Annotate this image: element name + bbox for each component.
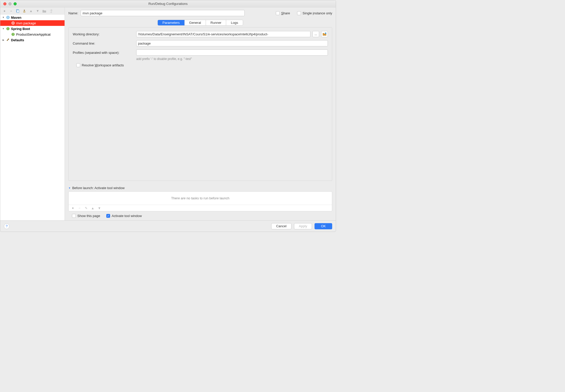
tree-node-maven[interactable]: ▼ Maven — [0, 15, 65, 20]
remove-config-button[interactable]: － — [9, 9, 13, 13]
profiles-input[interactable] — [136, 49, 328, 56]
expand-icon: ▶ — [2, 39, 5, 41]
activate-tool-window-label: Activate tool window — [112, 214, 142, 218]
share-label: Share — [281, 11, 290, 15]
before-launch-title: Before launch: Activate tool window — [72, 186, 125, 190]
edit-task-button[interactable]: ✎ — [84, 206, 88, 210]
name-label: Name: — [68, 11, 78, 15]
name-input[interactable] — [81, 10, 245, 16]
command-line-input[interactable] — [136, 40, 328, 46]
wrench-icon — [6, 38, 10, 42]
expand-icon: ▼ — [2, 16, 5, 19]
move-task-up-button[interactable]: ▲ — [91, 206, 95, 210]
window-controls — [0, 2, 17, 5]
svg-rect-1 — [17, 10, 19, 13]
content-area: ＋ － ▲ ▼ ↓a↓z ▼ — [0, 7, 336, 220]
tree-label: mvn package — [16, 21, 36, 25]
command-line-row: Command line: — [73, 40, 328, 46]
sidebar: ＋ － ▲ ▼ ↓a↓z ▼ — [0, 7, 65, 220]
svg-point-8 — [8, 29, 8, 30]
resolve-workspace-label: Resolve Workspace artifacts — [82, 63, 124, 67]
tree-node-spring-boot[interactable]: ▼ Spring Boot — [0, 26, 65, 32]
dialog-body: ＋ － ▲ ▼ ↓a↓z ▼ — [0, 7, 336, 232]
working-directory-input[interactable] — [136, 31, 310, 37]
share-checkbox-row[interactable]: Share — [276, 11, 290, 15]
dialog-window: Run/Debug Configurations ＋ － ▲ ▼ — [0, 0, 336, 232]
tree-label: Spring Boot — [11, 27, 30, 31]
config-tree[interactable]: ▼ Maven mvn package ▼ — [0, 15, 65, 220]
maximize-window-button[interactable] — [14, 2, 17, 5]
dialog-footer: ? Cancel Apply OK — [0, 220, 336, 232]
before-launch-header[interactable]: ▼ Before launch: Activate tool window — [68, 186, 332, 190]
move-task-down-button[interactable]: ▼ — [97, 206, 101, 210]
parameters-panel: Working directory: ... Command line: Pro… — [68, 27, 332, 181]
sort-button[interactable]: ↓a↓z — [49, 9, 53, 13]
resolve-workspace-row[interactable]: Resolve Workspace artifacts — [76, 63, 328, 67]
main-panel: Name: Share Single instance only Paramet… — [65, 7, 336, 220]
activate-tool-window-row[interactable]: ✓ Activate tool window — [106, 214, 142, 218]
folder-button[interactable] — [42, 9, 46, 13]
tab-parameters[interactable]: Parameters — [158, 20, 184, 25]
spring-boot-icon — [6, 27, 10, 31]
tree-label: ProductServiceApplicat — [16, 33, 50, 36]
tree-label: Maven — [11, 16, 21, 19]
apply-button[interactable]: Apply — [294, 223, 312, 229]
profiles-label: Profiles (separated with space): — [73, 51, 134, 55]
cancel-button[interactable]: Cancel — [271, 223, 291, 229]
before-launch-section: ▼ Before launch: Activate tool window Th… — [68, 186, 332, 220]
single-instance-label: Single instance only — [302, 11, 332, 15]
activate-tool-window-checkbox[interactable]: ✓ — [106, 214, 110, 218]
command-line-label: Command line: — [73, 42, 134, 45]
remove-task-button[interactable]: － — [77, 206, 81, 210]
edit-defaults-button[interactable] — [22, 9, 26, 13]
before-launch-empty-msg: There are no tasks to run before launch — [69, 192, 332, 205]
svg-rect-2 — [23, 12, 25, 12]
collapse-icon: ▼ — [68, 187, 71, 189]
name-row: Name: Share Single instance only — [68, 10, 332, 16]
spring-boot-icon — [11, 32, 15, 36]
share-checkbox[interactable] — [276, 11, 280, 15]
show-this-page-checkbox[interactable] — [72, 214, 76, 218]
add-task-button[interactable]: ＋ — [71, 206, 75, 210]
help-button[interactable]: ? — [4, 223, 9, 229]
svg-rect-11 — [325, 33, 326, 34]
window-title: Run/Debug Configurations — [0, 2, 336, 6]
copy-config-button[interactable] — [16, 9, 20, 13]
profiles-hint: add prefix '-' to disable profile, e.g. … — [136, 57, 328, 61]
maven-icon — [6, 15, 10, 19]
tree-label: Defaults — [11, 38, 24, 42]
tab-general[interactable]: General — [185, 20, 206, 25]
maven-icon — [11, 21, 15, 25]
tab-group: Parameters General Runner Logs — [158, 20, 243, 26]
svg-point-10 — [13, 35, 13, 35]
before-launch-list: There are no tasks to run before launch … — [68, 191, 332, 211]
browse-button[interactable]: ... — [312, 31, 319, 37]
tab-logs[interactable]: Logs — [226, 20, 243, 25]
tab-runner[interactable]: Runner — [206, 20, 226, 25]
titlebar: Run/Debug Configurations — [0, 0, 336, 7]
add-config-button[interactable]: ＋ — [2, 9, 6, 13]
svg-point-6 — [13, 23, 14, 24]
minimize-window-button[interactable] — [8, 2, 12, 5]
tab-bar: Parameters General Runner Logs — [68, 20, 332, 26]
show-this-page-label: Show this page — [77, 214, 100, 218]
tree-node-product-app[interactable]: ProductServiceApplicat — [0, 32, 65, 37]
working-directory-row: Working directory: ... — [73, 31, 328, 37]
working-directory-label: Working directory: — [73, 32, 134, 36]
close-window-button[interactable] — [3, 2, 6, 5]
svg-point-4 — [7, 17, 8, 18]
show-this-page-row[interactable]: Show this page — [72, 214, 100, 218]
ok-button[interactable]: OK — [315, 223, 332, 229]
expand-icon: ▼ — [2, 27, 5, 30]
move-down-button[interactable]: ▼ — [36, 9, 40, 13]
sidebar-toolbar: ＋ － ▲ ▼ ↓a↓z — [0, 7, 65, 15]
before-launch-toolbar: ＋ － ✎ ▲ ▼ — [69, 205, 332, 211]
tree-node-defaults[interactable]: ▶ Defaults — [0, 37, 65, 43]
single-instance-checkbox[interactable] — [297, 11, 301, 15]
tree-node-mvn-package[interactable]: mvn package — [0, 20, 65, 26]
move-up-button[interactable]: ▲ — [29, 9, 33, 13]
profiles-row: Profiles (separated with space): — [73, 49, 328, 56]
single-instance-checkbox-row[interactable]: Single instance only — [297, 11, 332, 15]
resolve-workspace-checkbox[interactable] — [76, 63, 80, 67]
insert-path-button[interactable] — [321, 31, 328, 37]
